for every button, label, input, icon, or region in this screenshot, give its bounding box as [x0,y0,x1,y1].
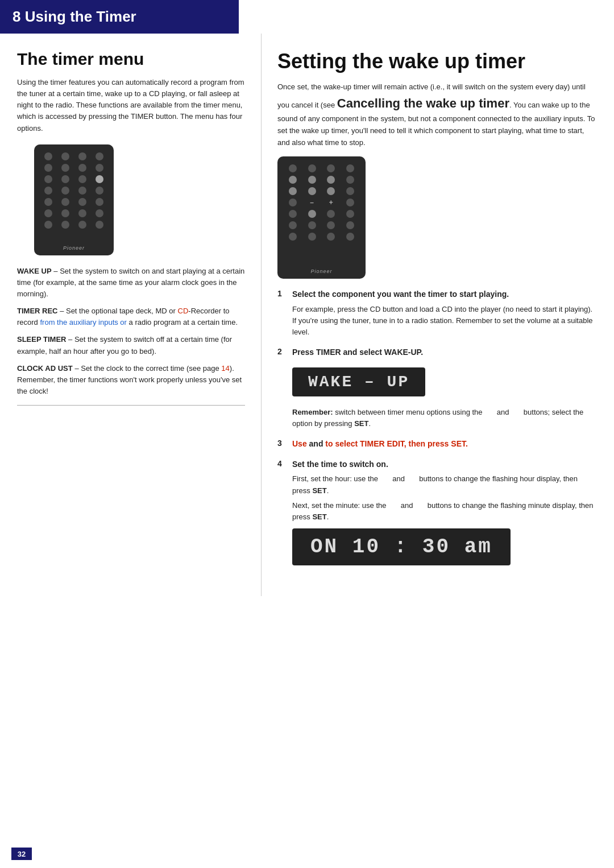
def-body-clock-1: – Set the clock to the correct time (see… [74,364,221,373]
remote-dot [61,187,69,195]
remote-row-3r [283,187,360,195]
remote-brand-left: Pioneer [63,245,85,251]
remote-row-5r [283,210,360,218]
remote-dot-lit [308,187,316,195]
cd-link: CD [178,307,189,315]
step-4-number: 4 [277,459,288,468]
remote-dot [96,221,103,229]
step-4-title: Set the time to switch on. [292,459,388,470]
remote-dot [308,221,316,229]
remote-row-2r [283,176,360,184]
remote-row-4r: – + [283,199,360,206]
remote-dot [346,233,354,241]
chapter-number: 8 [13,8,20,25]
remote-dot-lit [308,176,316,184]
remote-row-2 [40,164,108,172]
remote-dot [96,164,103,172]
remote-dot [308,233,316,241]
step-4: 4 Set the time to switch on. First, set … [277,459,597,571]
remote-dot [289,210,297,218]
remote-dot [78,198,86,206]
def-body-timer-rec-3: a radio program at a certain time. [127,318,238,326]
remote-dot [61,198,69,206]
step-2-number: 2 [277,347,288,356]
right-column: Setting the wake up timer Once set, the … [262,34,614,596]
plus-button: + [327,199,335,206]
remote-dot [61,152,69,160]
remote-dot [327,233,335,241]
aux-link: from the auxiliary inputs or [40,318,126,326]
remote-dot [96,187,103,195]
remote-dot [346,176,354,184]
remote-dot [61,221,69,229]
wake-up-display: WAKE – UP [292,367,425,396]
step-2-header: 2 Press TIMER and select WAKE-UP. [277,347,597,358]
remote-dot [44,198,52,206]
minus-button: – [308,199,316,206]
def-sep-1: – Set the system to switch on and start … [17,267,244,298]
remote-dot [78,152,86,160]
step-3-title: Use and to select TIMER EDIT, then press… [292,439,468,450]
chapter-header: 8 Using the Timer [0,0,239,34]
page-number: 32 [11,848,32,860]
remote-dot [44,164,52,172]
remote-dot [346,164,354,172]
remote-dot [96,209,103,217]
remote-dot [96,198,103,206]
right-remote-image: – + Pioneer [277,156,366,279]
def-term-clock: CLOCK AD UST [17,364,73,373]
step-1-body: For example, press the CD button and loa… [292,304,597,338]
remote-dot [346,221,354,229]
step-1-header: 1 Select the component you want the time… [277,289,597,300]
def-clock-adjust: CLOCK AD UST – Set the clock to the corr… [17,363,245,397]
remote-dot [308,164,316,172]
remote-dot [346,187,354,195]
remote-dot [78,209,86,217]
set-label-4b: SET [312,512,326,521]
left-intro: Using the timer features you can automat… [17,77,245,134]
remote-row-1r [283,164,360,172]
remote-dot [61,209,69,217]
remote-dot [44,152,52,160]
remote-row-7 [40,221,108,229]
remote-row-6r [283,221,360,229]
remote-dot [44,209,52,217]
remote-dot [78,221,86,229]
right-section-title: Setting the wake up timer [277,49,597,73]
remote-dot [327,210,335,218]
remember-label: Remember: [292,408,333,416]
step-3: 3 Use and to select TIMER EDIT, then pre… [277,439,597,450]
remote-row-1 [40,152,108,160]
page-link: 14 [221,364,229,373]
step-3-number: 3 [277,439,288,448]
divider [17,405,245,406]
step-1-number: 1 [277,289,288,298]
remote-row-6 [40,209,108,217]
remote-dot [289,233,297,241]
def-body-timer-rec-1: – Set the optional tape deck, MD or [60,307,177,315]
remote-row-3 [40,175,108,183]
step-3-select: to select TIMER EDIT, then press SET. [325,439,468,448]
def-wake-up: WAKE UP – Set the system to switch on an… [17,266,245,300]
set-label-4a: SET [312,486,326,495]
step-4-body-1: First, set the hour: use the and buttons… [292,473,597,496]
remote-dot [44,187,52,195]
def-term-sleep-timer: SLEEP TIMER [17,335,66,344]
remote-dot [44,175,52,183]
remote-dot [289,221,297,229]
def-term-timer-rec: TIMER REC [17,307,58,315]
remote-dot [78,175,86,183]
remote-dot [289,199,297,206]
on-time-display: ON 10 : 30 am [292,528,511,565]
step-3-and1: and [309,439,326,448]
remote-dot [96,152,103,160]
remote-dot-bright [96,175,103,183]
remote-dot-lit [289,176,297,184]
step-4-body-2: Next, set the minute: use the and button… [292,500,597,523]
set-label-2: SET [354,419,368,428]
step-3-use: Use [292,439,307,448]
page-content: The timer menu Using the timer features … [0,34,614,596]
remote-dot [78,187,86,195]
step-1-title: Select the component you want the timer … [292,289,509,300]
remote-dot [346,210,354,218]
